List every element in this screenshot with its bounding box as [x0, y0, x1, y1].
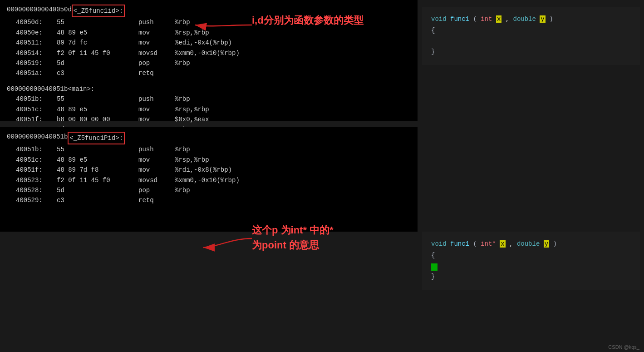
bottom-row-1: 40051b: 55 push %rbp — [7, 144, 411, 154]
asm-row-6: 40051a: c3 retq — [7, 68, 411, 78]
bottom-row-2: 40051c: 48 89 e5 mov %rsp,%rbp — [7, 155, 411, 165]
asm-row-5: 400519: 5d pop %rbp — [7, 58, 411, 68]
bottom-row-3: 40051f: 48 89 7d f8 mov %rdi,-0x8(%rbp) — [7, 165, 411, 175]
asm-row-1: 40050d: 55 push %rbp — [7, 17, 411, 27]
bottom-asm-block: 000000000040051b <_Z5func1Pid>: 40051b: … — [0, 127, 418, 232]
main-row-1: 40051b: 55 push %rbp — [7, 94, 411, 104]
asm-row-4: 400514: f2 0f 11 45 f0 movsd %xmm0,-0x10… — [7, 48, 411, 58]
asm-row-2: 40050e: 48 89 e5 mov %rsp,%rbp — [7, 28, 411, 38]
main-row-2: 40051c: 48 89 e5 mov %rsp,%rbp — [7, 104, 411, 114]
left-panel: 0000000000040050d <_Z5func1id>: 40050d: … — [0, 0, 418, 352]
bottom-row-4: 400523: f2 0f 11 45 f0 movsd %xmm0,-0x10… — [7, 175, 411, 185]
func-name-bottom: <_Z5func1Pid>: — [68, 132, 125, 144]
func-name-top: <_Z5func1id>: — [72, 5, 125, 17]
func-address-top: 0000000000040050d — [7, 5, 72, 17]
func-header-bottom: 000000000040051b <_Z5func1Pid>: — [7, 132, 411, 144]
bottom-row-6: 400529: c3 retq — [7, 195, 411, 205]
asm-row-3: 400511: 89 7d fc mov %edi,-0x4(%rbp) — [7, 38, 411, 48]
main-row-3: 40051f: b8 00 00 00 00 mov $0x0,%eax — [7, 114, 411, 124]
top-asm-block: 0000000000040050d <_Z5func1id>: 40050d: … — [0, 0, 418, 123]
main-header: 000000000040051b <main>: — [7, 84, 411, 94]
main-container: 0000000000040050d <_Z5func1id>: 40050d: … — [0, 0, 644, 352]
bottom-row-5: 400528: 5d pop %rbp — [7, 185, 411, 195]
func-header-top: 0000000000040050d <_Z5func1id>: — [7, 5, 411, 17]
